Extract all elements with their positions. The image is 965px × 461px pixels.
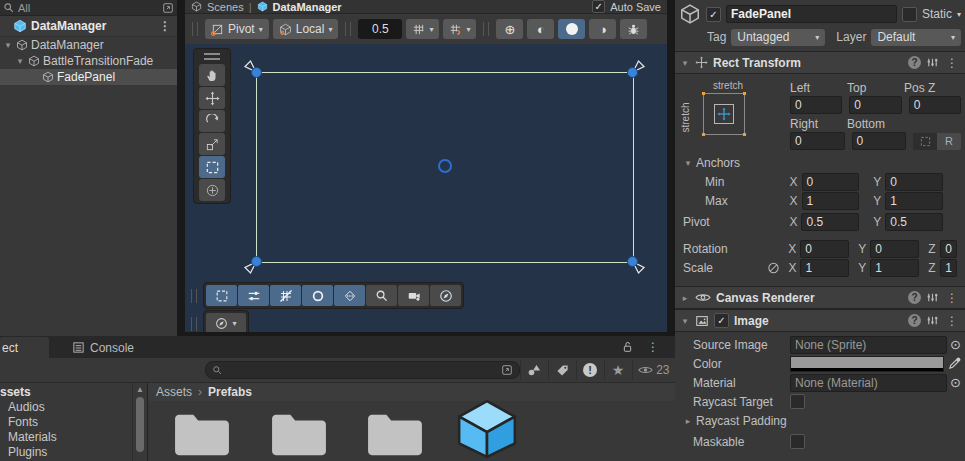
help-icon[interactable]: ? <box>908 314 921 327</box>
tag-dropdown[interactable]: Untagged▾ <box>731 29 825 46</box>
kebab-menu-icon[interactable]: ⋮ <box>157 19 173 33</box>
prefab-asset-cube-icon[interactable] <box>454 397 520 459</box>
tab-console[interactable]: Console <box>63 337 143 358</box>
favorites-button[interactable]: ★ <box>604 360 632 380</box>
scene-camera-settings-button[interactable] <box>430 285 461 306</box>
view-2d-toggle[interactable]: ◐ <box>527 19 554 39</box>
tree-item-fonts[interactable]: Fonts <box>0 415 132 430</box>
kebab-menu-icon[interactable]: ⋮ <box>944 56 960 70</box>
scale-y-field[interactable]: 1 <box>870 259 919 277</box>
lighting-toggle[interactable] <box>558 19 585 39</box>
overlay-grip[interactable] <box>191 317 197 331</box>
audio-toggle[interactable]: ◑ <box>589 19 616 39</box>
scale-z-field[interactable]: 1 <box>940 259 957 277</box>
tab-project[interactable]: ect <box>0 337 49 358</box>
anchor-min-y-field[interactable]: 0 <box>885 173 943 191</box>
presets-icon[interactable] <box>926 56 939 69</box>
project-search-input[interactable] <box>205 361 520 379</box>
active-checkbox[interactable]: ✓ <box>706 7 721 22</box>
rect-corner-handle[interactable] <box>251 256 262 267</box>
hierarchy-item-battletransitionfade[interactable]: ▾ BattleTransitionFade <box>0 53 177 69</box>
pivot-x-field[interactable]: 0.5 <box>801 213 859 231</box>
maskable-checkbox[interactable] <box>790 434 805 449</box>
rotation-z-field[interactable]: 0 <box>940 240 957 258</box>
pivot-y-field[interactable]: 0.5 <box>885 213 943 231</box>
anchors-foldout[interactable]: ▾Anchors <box>675 154 961 172</box>
posz-field[interactable]: 0 <box>909 96 961 114</box>
anchor-min-x-field[interactable]: 0 <box>802 173 860 191</box>
camera-overlay-button[interactable] <box>398 285 429 306</box>
foldout-open-icon[interactable]: ▾ <box>680 58 690 68</box>
link-broken-icon[interactable] <box>767 261 780 275</box>
static-checkbox[interactable] <box>902 7 917 22</box>
canvas-renderer-header[interactable]: ▸ Canvas Renderer ? ⋮ <box>675 286 965 309</box>
kebab-menu-icon[interactable]: ⋮ <box>944 314 960 328</box>
gameobject-icon[interactable] <box>679 3 701 25</box>
object-picker-icon[interactable]: ⊙ <box>950 337 961 352</box>
image-component-header[interactable]: ▾ ✓ Image ? ⋮ <box>675 309 965 332</box>
tree-scrollbar[interactable]: ▲ <box>132 383 147 461</box>
search-by-label-button[interactable] <box>548 360 576 380</box>
rect-overlay-toggle[interactable] <box>206 285 237 306</box>
pop-out-icon[interactable] <box>501 364 513 376</box>
object-picker-icon[interactable]: ⊙ <box>950 375 961 390</box>
tree-item-audios[interactable]: Audios <box>0 400 132 415</box>
anchor-max-x-field[interactable]: 1 <box>802 192 860 210</box>
foldout-open-icon[interactable]: ▾ <box>680 316 690 326</box>
hidden-count-button[interactable]: 23 <box>632 360 675 380</box>
material-field[interactable]: None (Material) <box>790 374 947 392</box>
kebab-menu-icon[interactable]: ⋮ <box>944 291 960 305</box>
tree-item-materials[interactable]: Materials <box>0 430 132 445</box>
raycast-target-checkbox[interactable] <box>790 394 805 409</box>
shading-mode-toggle[interactable]: ⊕ <box>496 19 523 39</box>
unlock-icon[interactable] <box>622 340 633 354</box>
breadcrumb-assets[interactable]: Assets <box>156 385 192 399</box>
rect-tool-button-active[interactable] <box>199 156 225 178</box>
search-by-type-button[interactable] <box>520 360 548 380</box>
tree-item-plugins[interactable]: Plugins <box>0 445 132 460</box>
orientation-gizmo-button[interactable]: ▾ <box>206 313 246 332</box>
hand-tool-button[interactable] <box>199 64 225 86</box>
chevron-down-icon[interactable]: ▾ <box>15 56 25 66</box>
hierarchy-search-value[interactable]: All <box>18 2 158 14</box>
overlay-grip[interactable] <box>191 289 197 303</box>
help-icon[interactable]: ? <box>908 291 921 304</box>
scroll-up-icon[interactable]: ▲ <box>136 385 144 394</box>
scale-tool-button[interactable] <box>199 133 225 155</box>
pivot-handle[interactable] <box>438 159 452 173</box>
rect-corner-handle[interactable] <box>627 256 638 267</box>
handle-rotation-button[interactable]: Local▾ <box>273 19 339 39</box>
left-field[interactable]: 0 <box>790 96 842 114</box>
chevron-down-icon[interactable]: ▾ <box>3 40 13 50</box>
breadcrumb-scenes[interactable]: Scenes <box>207 1 244 13</box>
scale-x-field[interactable]: 1 <box>800 259 849 277</box>
top-field[interactable]: 0 <box>849 96 901 114</box>
breadcrumb-prefabs[interactable]: Prefabs <box>208 385 252 399</box>
eyedropper-icon[interactable] <box>948 357 961 370</box>
rect-transform-header[interactable]: ▾ Rect Transform ? ⋮ <box>675 51 965 74</box>
anchor-preset-widget[interactable]: stretch stretch <box>681 82 781 152</box>
tree-item-assets[interactable]: ssets <box>0 385 132 400</box>
help-icon[interactable]: ? <box>908 56 921 69</box>
sliders-overlay-toggle[interactable] <box>238 285 269 306</box>
image-enabled-checkbox[interactable]: ✓ <box>714 313 729 328</box>
folder-icon[interactable] <box>171 409 233 459</box>
search-by-import-log-button[interactable]: ! <box>576 360 604 380</box>
transform-tool-button[interactable] <box>199 179 225 201</box>
right-field[interactable]: 0 <box>790 132 845 150</box>
hierarchy-item-datamanager[interactable]: ▾ DataManager <box>0 37 177 53</box>
blueprint-mode-button[interactable] <box>913 133 937 150</box>
effects-toggle[interactable] <box>620 19 647 39</box>
bottom-field[interactable]: 0 <box>852 132 907 150</box>
rotation-x-field[interactable]: 0 <box>800 240 849 258</box>
pivot-mode-button[interactable]: Pivot▾ <box>205 19 269 39</box>
toolbar-grip[interactable] <box>192 22 198 36</box>
source-image-field[interactable]: None (Sprite) <box>790 336 947 354</box>
rotation-y-field[interactable]: 0 <box>870 240 919 258</box>
grid-visual-button[interactable]: ▾ <box>406 19 439 39</box>
grid-visibility-toggle[interactable] <box>270 285 301 306</box>
presets-icon[interactable] <box>926 291 939 304</box>
presets-icon[interactable] <box>926 314 939 327</box>
color-swatch[interactable] <box>790 356 944 372</box>
foldout-closed-icon[interactable]: ▸ <box>683 416 693 426</box>
